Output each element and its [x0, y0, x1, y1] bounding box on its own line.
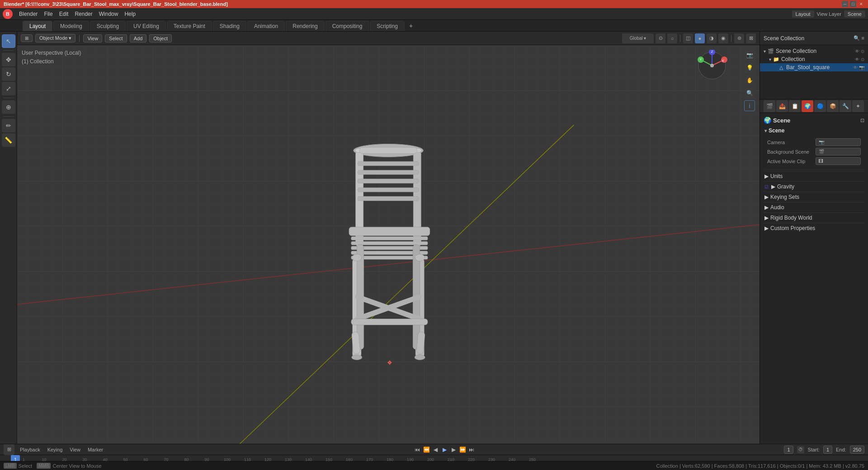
- tool-transform[interactable]: ⊕: [2, 100, 15, 114]
- tab-texture-paint[interactable]: Texture Paint: [167, 21, 212, 31]
- tab-compositing[interactable]: Compositing: [326, 21, 369, 31]
- tool-annotate[interactable]: ✏: [2, 119, 15, 132]
- units-section[interactable]: ▶ Units: [764, 171, 864, 181]
- svg-point-33: [415, 254, 425, 261]
- tab-uv-editing[interactable]: UV Editing: [127, 21, 166, 31]
- movie-clip-value[interactable]: 🎞: [816, 157, 861, 165]
- prop-tab-object[interactable]: 📦: [827, 100, 839, 112]
- disable-icon[interactable]: ⊙: [861, 49, 864, 54]
- camera-value[interactable]: 📷: [816, 138, 861, 146]
- start-frame-input[interactable]: 1: [823, 446, 832, 454]
- timeline-keying[interactable]: Keying: [46, 446, 65, 453]
- tool-measure[interactable]: 📏: [2, 133, 15, 147]
- current-frame-input[interactable]: 1: [784, 446, 793, 454]
- props-panel-header: 🎬 📤 📋 🌍 🔵 📦 🔧 ✦: [760, 99, 868, 113]
- outliner-item-scene-collection[interactable]: ▾ 🎬 Scene Collection 👁 ⊙: [760, 47, 868, 55]
- next-frame-button[interactable]: ⏩: [459, 446, 466, 453]
- prop-tab-modifiers[interactable]: 🔧: [840, 100, 851, 112]
- menu-render[interactable]: Render: [72, 10, 95, 18]
- global-local-toggle[interactable]: Global ▾: [622, 33, 654, 43]
- viewport-shade-render[interactable]: ◉: [718, 33, 728, 43]
- tab-layout[interactable]: Layout: [23, 21, 52, 31]
- viewport-shade-wire[interactable]: ◫: [683, 33, 693, 43]
- object-menu[interactable]: Object: [149, 34, 172, 42]
- xray-toggle[interactable]: ⊠: [746, 33, 756, 43]
- stool-cam-icon[interactable]: 📷: [859, 65, 864, 70]
- custom-properties-section[interactable]: ▶ Custom Properties: [764, 223, 864, 233]
- bg-scene-value[interactable]: 🎬: [816, 148, 861, 155]
- outliner-item-bar-stool[interactable]: △ Bar_Stool_square 👁 📷: [760, 63, 868, 71]
- audio-section[interactable]: ▶ Audio: [764, 202, 864, 212]
- menu-file[interactable]: File: [41, 10, 55, 18]
- gravity-section[interactable]: ☑ ▶ Gravity: [764, 181, 864, 192]
- menu-help[interactable]: Help: [122, 10, 138, 18]
- overlay-toggle[interactable]: ⊚: [734, 33, 744, 43]
- outliner-item-collection[interactable]: ▾ 📁 Collection 👁 ⊙: [760, 55, 868, 63]
- tool-move[interactable]: ✥: [2, 53, 15, 66]
- title-bar: Blender* [6:\!!!conv_3\23\Square_Bar_Sto…: [0, 0, 868, 8]
- play-button[interactable]: ▶: [441, 446, 448, 453]
- scene-section-header[interactable]: ▾ Scene: [764, 126, 864, 136]
- maximize-button[interactable]: □: [850, 1, 856, 7]
- view-zoom-button[interactable]: 🔍: [744, 88, 755, 99]
- rigid-body-world-section[interactable]: ▶ Rigid Body World: [764, 212, 864, 223]
- props-expand-icon[interactable]: ⊡: [860, 118, 864, 123]
- prop-tab-particles[interactable]: ✦: [852, 100, 864, 112]
- proportional-edit[interactable]: ○: [667, 33, 677, 43]
- tool-rotate[interactable]: ↻: [2, 67, 15, 81]
- tab-rendering[interactable]: Rendering: [286, 21, 324, 31]
- jump-end-button[interactable]: ⏭: [468, 446, 475, 453]
- tab-scripting[interactable]: Scripting: [370, 21, 405, 31]
- timeline-playback[interactable]: Playback: [18, 446, 42, 453]
- menu-blender[interactable]: Blender: [16, 10, 40, 18]
- header-editor-type[interactable]: ⊞: [21, 34, 33, 42]
- close-button[interactable]: ✕: [858, 1, 864, 7]
- add-workspace-button[interactable]: +: [406, 20, 416, 31]
- stool-hide-icon[interactable]: 👁: [853, 65, 858, 70]
- outliner-filter-icon[interactable]: 🔍: [854, 35, 860, 41]
- tab-modeling[interactable]: Modeling: [53, 21, 89, 31]
- outliner-filter-button[interactable]: ≡: [862, 35, 864, 41]
- add-menu[interactable]: Add: [130, 34, 147, 42]
- axis-gizmo[interactable]: X Y Z: [696, 50, 728, 83]
- scene-label[interactable]: Scene: [844, 10, 865, 18]
- tool-select[interactable]: ↖: [2, 34, 15, 48]
- collection-hide-icon[interactable]: 👁: [855, 57, 859, 62]
- view-hand-button[interactable]: ✋: [744, 75, 755, 86]
- prop-tab-scene[interactable]: 🌍: [802, 100, 813, 112]
- tab-sculpting[interactable]: Sculpting: [90, 21, 126, 31]
- view-perspective-button[interactable]: i: [744, 100, 755, 111]
- collection-disable-icon[interactable]: ⊙: [861, 57, 864, 62]
- active-workspace-label[interactable]: Layout: [792, 10, 814, 18]
- viewport-3d[interactable]: User Perspective (Local) (1) Collection: [17, 45, 760, 444]
- tab-shading[interactable]: Shading: [213, 21, 246, 31]
- viewport-shade-solid[interactable]: ●: [695, 33, 705, 43]
- gravity-checkbox[interactable]: ☑: [764, 184, 769, 189]
- minimize-button[interactable]: ─: [842, 1, 848, 7]
- viewport-shade-material[interactable]: ◑: [707, 33, 717, 43]
- tool-scale[interactable]: ⤢: [2, 82, 15, 95]
- menu-window[interactable]: Window: [96, 10, 121, 18]
- select-menu[interactable]: Select: [105, 34, 127, 42]
- view-light-button[interactable]: 💡: [744, 62, 755, 73]
- prop-tab-world[interactable]: 🔵: [814, 100, 826, 112]
- timeline-editor-type[interactable]: ⊞: [4, 444, 14, 455]
- prop-tab-view-layer[interactable]: 📋: [789, 100, 801, 112]
- view-camera-button[interactable]: 📷: [744, 50, 755, 61]
- timeline-marker[interactable]: Marker: [86, 446, 105, 453]
- snap-btn[interactable]: ⊙: [656, 33, 665, 43]
- hide-icon[interactable]: 👁: [855, 49, 859, 54]
- timeline-view[interactable]: View: [68, 446, 82, 453]
- next-keyframe-button[interactable]: ▶: [450, 446, 457, 453]
- menu-edit[interactable]: Edit: [57, 10, 71, 18]
- jump-start-button[interactable]: ⏮: [414, 446, 421, 453]
- prev-frame-button[interactable]: ⏪: [423, 446, 430, 453]
- keying-sets-section[interactable]: ▶ Keying Sets: [764, 192, 864, 202]
- mode-selector[interactable]: Object Mode ▾: [35, 34, 75, 42]
- tab-animation[interactable]: Animation: [247, 21, 285, 31]
- end-frame-input[interactable]: 250: [850, 446, 864, 454]
- prop-tab-output[interactable]: 📤: [776, 100, 788, 112]
- prev-keyframe-button[interactable]: ◀: [432, 446, 439, 453]
- prop-tab-render[interactable]: 🎬: [764, 100, 775, 112]
- view-menu[interactable]: View: [83, 34, 102, 42]
